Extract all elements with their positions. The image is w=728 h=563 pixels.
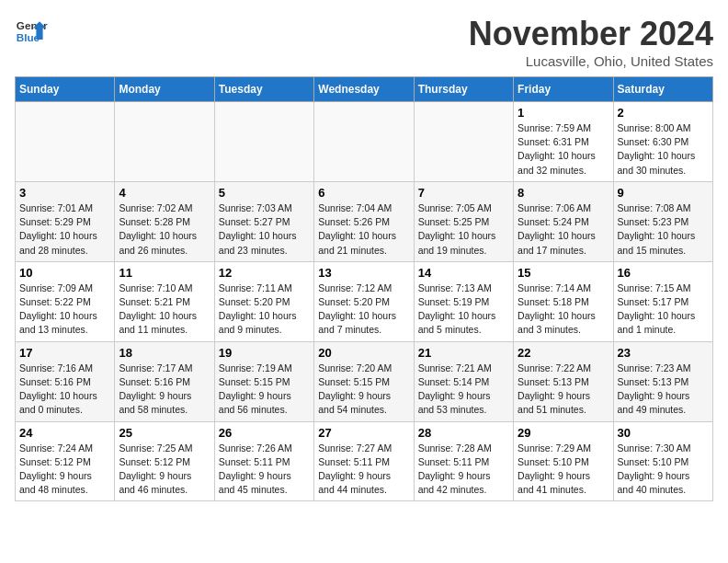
calendar-week-row: 1Sunrise: 7:59 AM Sunset: 6:31 PM Daylig… (16, 102, 713, 182)
day-number: 7 (418, 186, 509, 200)
calendar-day-cell: 20Sunrise: 7:20 AM Sunset: 5:15 PM Dayli… (314, 341, 414, 421)
day-info: Sunrise: 7:13 AM Sunset: 5:19 PM Dayligh… (418, 282, 509, 338)
day-number: 10 (19, 266, 110, 280)
calendar-day-cell: 28Sunrise: 7:28 AM Sunset: 5:11 PM Dayli… (414, 421, 513, 501)
day-number: 6 (318, 186, 409, 200)
day-number: 21 (418, 346, 509, 360)
day-info: Sunrise: 7:09 AM Sunset: 5:22 PM Dayligh… (19, 282, 110, 338)
day-number: 17 (19, 346, 110, 360)
calendar-day-cell: 9Sunrise: 7:08 AM Sunset: 5:23 PM Daylig… (613, 181, 712, 261)
calendar-day-cell (414, 102, 513, 182)
day-number: 9 (618, 186, 709, 200)
day-info: Sunrise: 7:03 AM Sunset: 5:27 PM Dayligh… (219, 201, 310, 258)
day-info: Sunrise: 7:27 AM Sunset: 5:11 PM Dayligh… (318, 442, 409, 498)
calendar-day-cell: 17Sunrise: 7:16 AM Sunset: 5:16 PM Dayli… (16, 341, 115, 421)
day-info: Sunrise: 7:01 AM Sunset: 5:29 PM Dayligh… (19, 201, 110, 258)
day-number: 28 (418, 426, 509, 440)
calendar-week-row: 3Sunrise: 7:01 AM Sunset: 5:29 PM Daylig… (16, 181, 713, 261)
calendar-header-cell: Thursday (414, 77, 513, 102)
calendar-day-cell: 29Sunrise: 7:29 AM Sunset: 5:10 PM Dayli… (514, 421, 613, 501)
day-info: Sunrise: 7:15 AM Sunset: 5:17 PM Dayligh… (618, 282, 709, 338)
day-number: 18 (119, 346, 210, 360)
day-number: 14 (418, 266, 509, 280)
calendar-header-cell: Friday (514, 77, 613, 102)
day-info: Sunrise: 7:16 AM Sunset: 5:16 PM Dayligh… (19, 362, 110, 418)
day-info: Sunrise: 7:22 AM Sunset: 5:13 PM Dayligh… (518, 362, 609, 418)
calendar-day-cell (314, 102, 414, 182)
day-info: Sunrise: 7:25 AM Sunset: 5:12 PM Dayligh… (119, 442, 210, 498)
calendar-day-cell: 6Sunrise: 7:04 AM Sunset: 5:26 PM Daylig… (314, 181, 414, 261)
day-number: 30 (618, 426, 709, 440)
day-number: 2 (618, 106, 709, 120)
month-title: November 2024 (469, 15, 713, 53)
calendar-day-cell: 11Sunrise: 7:10 AM Sunset: 5:21 PM Dayli… (115, 261, 214, 341)
day-info: Sunrise: 7:10 AM Sunset: 5:21 PM Dayligh… (119, 282, 210, 338)
day-info: Sunrise: 7:19 AM Sunset: 5:15 PM Dayligh… (219, 362, 310, 418)
calendar-day-cell: 2Sunrise: 8:00 AM Sunset: 6:30 PM Daylig… (613, 102, 712, 182)
day-info: Sunrise: 7:06 AM Sunset: 5:24 PM Dayligh… (518, 201, 609, 258)
calendar-week-row: 17Sunrise: 7:16 AM Sunset: 5:16 PM Dayli… (16, 341, 713, 421)
day-info: Sunrise: 7:59 AM Sunset: 6:31 PM Dayligh… (518, 121, 609, 178)
calendar-day-cell (16, 102, 115, 182)
logo: General Blue (15, 15, 48, 48)
day-info: Sunrise: 7:20 AM Sunset: 5:15 PM Dayligh… (318, 362, 409, 418)
calendar-day-cell: 25Sunrise: 7:25 AM Sunset: 5:12 PM Dayli… (115, 421, 214, 501)
calendar-day-cell (115, 102, 214, 182)
calendar-day-cell: 27Sunrise: 7:27 AM Sunset: 5:11 PM Dayli… (314, 421, 414, 501)
logo-icon: General Blue (15, 15, 48, 48)
calendar-day-cell: 4Sunrise: 7:02 AM Sunset: 5:28 PM Daylig… (115, 181, 214, 261)
calendar-day-cell: 21Sunrise: 7:21 AM Sunset: 5:14 PM Dayli… (414, 341, 513, 421)
calendar-day-cell: 26Sunrise: 7:26 AM Sunset: 5:11 PM Dayli… (214, 421, 313, 501)
calendar-header-row: SundayMondayTuesdayWednesdayThursdayFrid… (16, 77, 713, 102)
calendar-day-cell: 30Sunrise: 7:30 AM Sunset: 5:10 PM Dayli… (613, 421, 712, 501)
calendar-header-cell: Sunday (16, 77, 115, 102)
page-header: General Blue November 2024 Lucasville, O… (15, 15, 713, 69)
day-number: 4 (119, 186, 210, 200)
calendar-day-cell: 24Sunrise: 7:24 AM Sunset: 5:12 PM Dayli… (16, 421, 115, 501)
day-number: 8 (518, 186, 609, 200)
day-number: 25 (119, 426, 210, 440)
calendar-day-cell: 12Sunrise: 7:11 AM Sunset: 5:20 PM Dayli… (214, 261, 313, 341)
calendar-day-cell: 23Sunrise: 7:23 AM Sunset: 5:13 PM Dayli… (613, 341, 712, 421)
day-number: 1 (518, 106, 609, 120)
day-info: Sunrise: 7:12 AM Sunset: 5:20 PM Dayligh… (318, 282, 409, 338)
day-info: Sunrise: 8:00 AM Sunset: 6:30 PM Dayligh… (618, 121, 709, 178)
day-number: 20 (318, 346, 409, 360)
day-info: Sunrise: 7:24 AM Sunset: 5:12 PM Dayligh… (19, 442, 110, 498)
calendar-day-cell: 15Sunrise: 7:14 AM Sunset: 5:18 PM Dayli… (514, 261, 613, 341)
calendar-day-cell: 22Sunrise: 7:22 AM Sunset: 5:13 PM Dayli… (514, 341, 613, 421)
day-info: Sunrise: 7:21 AM Sunset: 5:14 PM Dayligh… (418, 362, 509, 418)
day-info: Sunrise: 7:30 AM Sunset: 5:10 PM Dayligh… (618, 442, 709, 498)
calendar-header-cell: Monday (115, 77, 214, 102)
day-number: 16 (618, 266, 709, 280)
day-number: 15 (518, 266, 609, 280)
calendar-day-cell: 7Sunrise: 7:05 AM Sunset: 5:25 PM Daylig… (414, 181, 513, 261)
day-number: 26 (219, 426, 310, 440)
day-info: Sunrise: 7:05 AM Sunset: 5:25 PM Dayligh… (418, 201, 509, 258)
day-number: 5 (219, 186, 310, 200)
day-number: 29 (518, 426, 609, 440)
day-number: 27 (318, 426, 409, 440)
day-number: 12 (219, 266, 310, 280)
calendar-day-cell (214, 102, 313, 182)
calendar-body: 1Sunrise: 7:59 AM Sunset: 6:31 PM Daylig… (16, 102, 713, 501)
calendar-day-cell: 8Sunrise: 7:06 AM Sunset: 5:24 PM Daylig… (514, 181, 613, 261)
day-number: 24 (19, 426, 110, 440)
day-info: Sunrise: 7:28 AM Sunset: 5:11 PM Dayligh… (418, 442, 509, 498)
calendar-header-cell: Wednesday (314, 77, 414, 102)
day-number: 11 (119, 266, 210, 280)
calendar-header-cell: Tuesday (214, 77, 313, 102)
calendar-week-row: 10Sunrise: 7:09 AM Sunset: 5:22 PM Dayli… (16, 261, 713, 341)
calendar-day-cell: 13Sunrise: 7:12 AM Sunset: 5:20 PM Dayli… (314, 261, 414, 341)
calendar-week-row: 24Sunrise: 7:24 AM Sunset: 5:12 PM Dayli… (16, 421, 713, 501)
day-info: Sunrise: 7:11 AM Sunset: 5:20 PM Dayligh… (219, 282, 310, 338)
calendar-day-cell: 10Sunrise: 7:09 AM Sunset: 5:22 PM Dayli… (16, 261, 115, 341)
day-info: Sunrise: 7:17 AM Sunset: 5:16 PM Dayligh… (119, 362, 210, 418)
calendar-day-cell: 5Sunrise: 7:03 AM Sunset: 5:27 PM Daylig… (214, 181, 313, 261)
day-info: Sunrise: 7:14 AM Sunset: 5:18 PM Dayligh… (518, 282, 609, 338)
day-number: 23 (618, 346, 709, 360)
day-info: Sunrise: 7:08 AM Sunset: 5:23 PM Dayligh… (618, 201, 709, 258)
calendar-day-cell: 3Sunrise: 7:01 AM Sunset: 5:29 PM Daylig… (16, 181, 115, 261)
day-number: 3 (19, 186, 110, 200)
location-title: Lucasville, Ohio, United States (469, 53, 713, 69)
